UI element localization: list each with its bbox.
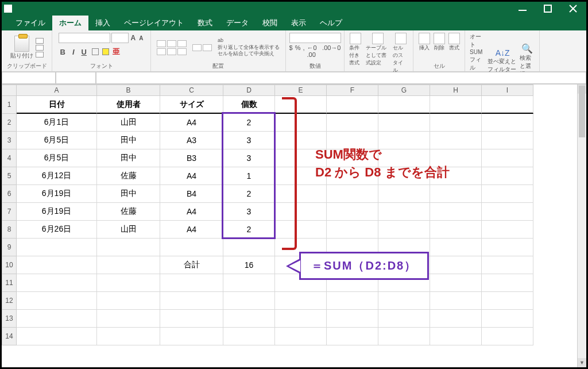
cell-B4[interactable]: 田中	[97, 149, 160, 167]
cell-B5[interactable]: 佐藤	[97, 167, 160, 185]
row-header-14[interactable]: 14	[2, 328, 17, 345]
cell-I7[interactable]	[482, 203, 533, 221]
cell-C1[interactable]: サイズ	[160, 96, 223, 114]
close-button[interactable]	[568, 3, 579, 14]
cell-H13[interactable]	[430, 310, 482, 328]
cell-F8[interactable]	[327, 221, 378, 239]
cell-C9[interactable]	[160, 239, 223, 256]
row-header-6[interactable]: 6	[2, 185, 17, 203]
cell-C8[interactable]: A4	[160, 221, 223, 239]
merge-center-button[interactable]: セルを結合して中央揃え	[218, 51, 280, 57]
cell-H11[interactable]	[430, 274, 482, 292]
copy-icon[interactable]	[36, 45, 44, 51]
sort-filter-button[interactable]: A↓Z 並べ変えとフィルター	[488, 48, 517, 74]
menu-tab-8[interactable]: ヘルプ	[313, 16, 349, 30]
cell-E6[interactable]	[275, 185, 327, 203]
cell-B13[interactable]	[97, 310, 160, 328]
cell-F12[interactable]	[327, 292, 378, 310]
cell-G1[interactable]	[378, 96, 430, 114]
cell-D5[interactable]: 1	[223, 167, 275, 185]
cell-D3[interactable]: 3	[223, 132, 275, 149]
cell-A13[interactable]	[17, 310, 97, 328]
vertical-scrollbar[interactable]: ▲ ▼	[577, 84, 586, 367]
row-header-5[interactable]: 5	[2, 167, 17, 185]
cell-D1[interactable]: 個数	[223, 96, 275, 114]
row-header-2[interactable]: 2	[2, 114, 17, 132]
cell-B2[interactable]: 山田	[97, 114, 160, 132]
col-header-C[interactable]: C	[160, 84, 223, 96]
cell-B8[interactable]: 山田	[97, 221, 160, 239]
col-header-F[interactable]: F	[327, 84, 378, 96]
increase-decimal-button[interactable]: ←0 .00	[307, 44, 320, 58]
cell-D13[interactable]	[223, 310, 275, 328]
font-size-dropdown[interactable]	[111, 33, 129, 43]
cell-C13[interactable]	[160, 310, 223, 328]
cell-G6[interactable]	[378, 185, 430, 203]
conditional-format-button[interactable]: 条件付き書式	[349, 33, 362, 74]
cell-B9[interactable]	[97, 239, 160, 256]
fill-color-button[interactable]	[102, 48, 109, 55]
cell-F7[interactable]	[327, 203, 378, 221]
row-header-7[interactable]: 7	[2, 203, 17, 221]
col-header-I[interactable]: I	[482, 84, 533, 96]
cell-I1[interactable]	[482, 96, 533, 114]
cell-F13[interactable]	[327, 310, 378, 328]
cell-B6[interactable]: 田中	[97, 185, 160, 203]
row-header-3[interactable]: 3	[2, 132, 17, 149]
row-header-13[interactable]: 13	[2, 310, 17, 328]
cell-C4[interactable]: B3	[160, 149, 223, 167]
format-painter-icon[interactable]	[36, 52, 44, 57]
cell-G12[interactable]	[378, 292, 430, 310]
cell-D8[interactable]: 2	[223, 221, 275, 239]
cell-I3[interactable]	[482, 132, 533, 149]
cell-E13[interactable]	[275, 310, 327, 328]
minimize-button[interactable]	[517, 3, 529, 14]
cell-A2[interactable]: 6月1日	[17, 114, 97, 132]
cell-H2[interactable]	[430, 114, 482, 132]
spreadsheet-grid[interactable]: ABCDEFGHI 1234567891011121314 日付使用者サイズ個数…	[2, 84, 586, 367]
cell-F1[interactable]	[327, 96, 378, 114]
cell-D11[interactable]	[223, 274, 275, 292]
cell-F6[interactable]	[327, 185, 378, 203]
italic-button[interactable]: I	[71, 48, 76, 56]
cell-I8[interactable]	[482, 221, 533, 239]
cell-I12[interactable]	[482, 292, 533, 310]
menu-tab-6[interactable]: 校閲	[256, 16, 284, 30]
percent-button[interactable]: %	[295, 44, 301, 58]
cell-E12[interactable]	[275, 292, 327, 310]
menu-tab-1[interactable]: ホーム	[52, 16, 88, 30]
cell-H12[interactable]	[430, 292, 482, 310]
cell-I10[interactable]	[482, 256, 533, 274]
scroll-thumb[interactable]	[579, 86, 585, 137]
menu-tab-4[interactable]: 数式	[191, 16, 219, 30]
name-box[interactable]	[2, 72, 56, 84]
cell-A1[interactable]: 日付	[17, 96, 97, 114]
comma-button[interactable]: ,	[303, 44, 304, 58]
cell-B7[interactable]: 佐藤	[97, 203, 160, 221]
menu-tab-3[interactable]: ページレイアウト	[117, 16, 191, 30]
cell-D7[interactable]: 3	[223, 203, 275, 221]
cell-I13[interactable]	[482, 310, 533, 328]
cell-D9[interactable]	[223, 239, 275, 256]
menu-tab-5[interactable]: データ	[219, 16, 256, 30]
format-cells-button[interactable]: 書式	[448, 33, 460, 52]
cell-C7[interactable]: A4	[160, 203, 223, 221]
cell-I5[interactable]	[482, 167, 533, 185]
cell-A14[interactable]	[17, 328, 97, 345]
cell-I14[interactable]	[482, 328, 533, 345]
number-format-dropdown[interactable]	[289, 33, 341, 43]
cell-C12[interactable]	[160, 292, 223, 310]
cell-C10[interactable]: 合計	[160, 256, 223, 274]
cell-A6[interactable]: 6月19日	[17, 185, 97, 203]
col-header-G[interactable]: G	[378, 84, 430, 96]
cell-D2[interactable]: 2	[223, 114, 275, 132]
col-header-A[interactable]: A	[17, 84, 97, 96]
cell-C5[interactable]: A4	[160, 167, 223, 185]
cell-H7[interactable]	[430, 203, 482, 221]
cell-I6[interactable]	[482, 185, 533, 203]
format-as-table-button[interactable]: テーブルとして書式設定	[366, 33, 390, 74]
cell-G13[interactable]	[378, 310, 430, 328]
cell-F2[interactable]	[327, 114, 378, 132]
cell-E2[interactable]	[275, 114, 327, 132]
row-header-9[interactable]: 9	[2, 239, 17, 256]
